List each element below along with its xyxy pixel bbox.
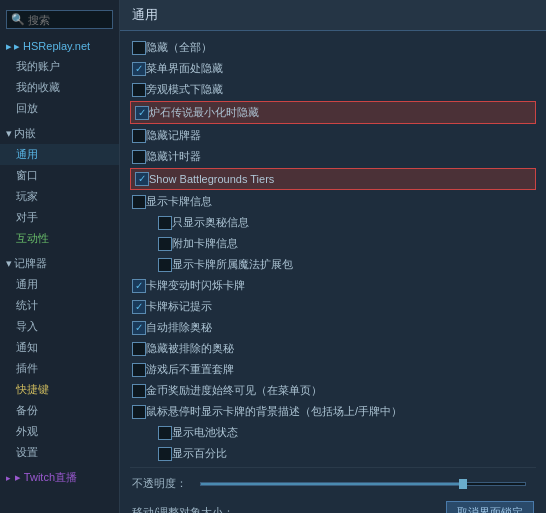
sidebar-item-opponent[interactable]: 对手 <box>0 207 119 228</box>
checkbox-gold-always-visible[interactable] <box>132 384 146 398</box>
option-row-hover-card-bg: 鼠标悬停时显示卡牌的背景描述（包括场上/手牌中） <box>130 401 536 422</box>
label-hide-tracker: 隐藏记牌器 <box>146 128 201 143</box>
checkbox-spectator[interactable] <box>132 83 146 97</box>
checkbox-hide-tracker[interactable] <box>132 129 146 143</box>
checkbox-auto-remove-secrets[interactable] <box>132 321 146 335</box>
label-show-expansion: 显示卡牌所属魔法扩展包 <box>172 257 293 272</box>
option-row-no-reset-after-game: 游戏后不重置套牌 <box>130 359 536 380</box>
checkbox-show-expansion[interactable] <box>158 258 172 272</box>
option-row-show-bg-tiers: Show Battlegrounds Tiers <box>130 168 536 190</box>
option-row-show-battery: 显示电池状态 <box>130 422 536 443</box>
sidebar-section-twitch[interactable]: ▸ ▸ Twitch直播 <box>0 467 119 488</box>
sidebar-items-builtin: 通用 窗口 玩家 对手 互动性 <box>0 144 119 249</box>
label-gold-always-visible: 金币奖励进度始终可见（在菜单页） <box>146 383 322 398</box>
label-highlight-golden: 卡牌变动时闪烁卡牌 <box>146 278 245 293</box>
sidebar-item-player[interactable]: 玩家 <box>0 186 119 207</box>
sidebar-items-hsreplay: 我的账户 我的收藏 回放 <box>0 56 119 119</box>
checkbox-hide-all[interactable] <box>132 41 146 55</box>
sidebar-item-account[interactable]: 我的账户 <box>0 56 119 77</box>
sidebar-item-collection[interactable]: 我的收藏 <box>0 77 119 98</box>
search-box[interactable]: 🔍 <box>6 10 113 29</box>
sidebar-item-interactive[interactable]: 互动性 <box>0 228 119 249</box>
label-no-reset-after-game: 游戏后不重置套牌 <box>146 362 234 377</box>
checkbox-hover-card-bg[interactable] <box>132 405 146 419</box>
option-row-spectator: 旁观模式下隐藏 <box>130 79 536 100</box>
label-show-secrets: 只显示奥秘信息 <box>172 215 249 230</box>
option-row-gold-always-visible: 金币奖励进度始终可见（在菜单页） <box>130 380 536 401</box>
label-show-battery: 显示电池状态 <box>172 425 238 440</box>
opacity-label: 不透明度： <box>132 476 192 491</box>
arrow-icon: ▸ <box>6 40 12 53</box>
reset-button[interactable]: 取消界面锁定 <box>446 501 534 513</box>
option-row-hide-menu: 菜单界面处隐藏 <box>130 58 536 79</box>
sidebar-section-label: ▸ HSReplay.net <box>14 40 90 53</box>
opacity-slider-track[interactable] <box>200 482 526 486</box>
sidebar-section-label-tracker: 记牌器 <box>14 256 47 271</box>
label-hide-minimized: 炉石传说最小化时隐藏 <box>149 105 259 120</box>
sidebar-item-plugins[interactable]: 插件 <box>0 358 119 379</box>
sidebar-item-import[interactable]: 导入 <box>0 316 119 337</box>
opacity-row: 不透明度： <box>130 472 536 495</box>
checkbox-highlight-golden[interactable] <box>132 279 146 293</box>
label-hover-card-bg: 鼠标悬停时显示卡牌的背景描述（包括场上/手牌中） <box>146 404 402 419</box>
label-hide-menu: 菜单界面处隐藏 <box>146 61 223 76</box>
label-auto-remove-secrets: 自动排除奥秘 <box>146 320 212 335</box>
search-input[interactable] <box>28 14 108 26</box>
option-row-attach-info: 附加卡牌信息 <box>130 233 536 254</box>
checkbox-show-secrets[interactable] <box>158 216 172 230</box>
move-label: 移动/调整对象大小： <box>132 505 446 513</box>
checkbox-show-percent[interactable] <box>158 447 172 461</box>
sidebar: 🔍 ▸ ▸ HSReplay.net 我的账户 我的收藏 回放 ▾ 内嵌 通用 … <box>0 0 120 513</box>
sidebar-item-tracker-general[interactable]: 通用 <box>0 274 119 295</box>
checkbox-hide-timer[interactable] <box>132 150 146 164</box>
sidebar-section-tracker[interactable]: ▾ 记牌器 <box>0 253 119 274</box>
option-row-highlight-golden: 卡牌变动时闪烁卡牌 <box>130 275 536 296</box>
options-list: 隐藏（全部） 菜单界面处隐藏 旁观模式下隐藏 炉石传说最小化时隐藏 隐藏记牌器 … <box>120 31 546 513</box>
checkbox-show-battery[interactable] <box>158 426 172 440</box>
label-hide-timer: 隐藏计时器 <box>146 149 201 164</box>
arrow-icon-twitch: ▸ <box>6 473 11 483</box>
opacity-slider-thumb[interactable] <box>459 479 467 489</box>
sidebar-item-stats[interactable]: 统计 <box>0 295 119 316</box>
sidebar-item-window[interactable]: 窗口 <box>0 165 119 186</box>
sidebar-section-builtin[interactable]: ▾ 内嵌 <box>0 123 119 144</box>
label-attach-info: 附加卡牌信息 <box>172 236 238 251</box>
arrow-icon-builtin: ▾ <box>6 127 12 140</box>
sidebar-item-replay[interactable]: 回放 <box>0 98 119 119</box>
sidebar-item-appearance[interactable]: 外观 <box>0 421 119 442</box>
sidebar-item-hotkeys[interactable]: 快捷键 <box>0 379 119 400</box>
label-hide-removed-secrets: 隐藏被排除的奥秘 <box>146 341 234 356</box>
sidebar-item-backup[interactable]: 备份 <box>0 400 119 421</box>
option-row-hide-removed-secrets: 隐藏被排除的奥秘 <box>130 338 536 359</box>
sidebar-twitch-label: ▸ Twitch直播 <box>15 470 77 485</box>
checkbox-show-card-info[interactable] <box>132 195 146 209</box>
sidebar-item-general[interactable]: 通用 <box>0 144 119 165</box>
checkbox-no-reset-after-game[interactable] <box>132 363 146 377</box>
option-row-show-card-info: 显示卡牌信息 <box>130 191 536 212</box>
checkbox-card-mark[interactable] <box>132 300 146 314</box>
arrow-icon-tracker: ▾ <box>6 257 12 270</box>
label-card-mark: 卡牌标记提示 <box>146 299 212 314</box>
option-row-show-expansion: 显示卡牌所属魔法扩展包 <box>130 254 536 275</box>
sidebar-section-hsreplay[interactable]: ▸ ▸ HSReplay.net <box>0 37 119 56</box>
sidebar-item-settings[interactable]: 设置 <box>0 442 119 463</box>
option-row-auto-remove-secrets: 自动排除奥秘 <box>130 317 536 338</box>
main-content: 通用 隐藏（全部） 菜单界面处隐藏 旁观模式下隐藏 炉石传说最小化时隐藏 隐藏记… <box>120 0 546 513</box>
option-row-show-secrets: 只显示奥秘信息 <box>130 212 536 233</box>
opacity-slider-fill <box>201 483 460 485</box>
option-row-show-percent: 显示百分比 <box>130 443 536 464</box>
checkbox-hide-removed-secrets[interactable] <box>132 342 146 356</box>
checkbox-hide-minimized[interactable] <box>135 106 149 120</box>
search-icon: 🔍 <box>11 13 25 26</box>
label-spectator: 旁观模式下隐藏 <box>146 82 223 97</box>
label-show-percent: 显示百分比 <box>172 446 227 461</box>
divider-opacity <box>130 467 536 468</box>
label-hide-all: 隐藏（全部） <box>146 40 212 55</box>
checkbox-attach-info[interactable] <box>158 237 172 251</box>
option-row-hide-tracker: 隐藏记牌器 <box>130 125 536 146</box>
checkbox-hide-menu[interactable] <box>132 62 146 76</box>
option-row-hide-timer: 隐藏计时器 <box>130 146 536 167</box>
checkbox-show-bg-tiers[interactable] <box>135 172 149 186</box>
sidebar-item-notify[interactable]: 通知 <box>0 337 119 358</box>
option-row-card-mark: 卡牌标记提示 <box>130 296 536 317</box>
